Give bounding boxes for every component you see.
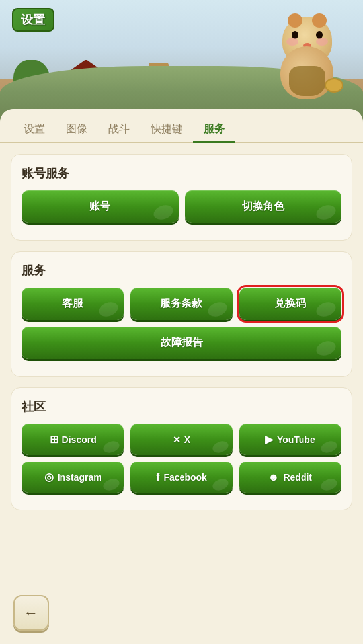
terms-button[interactable]: 服务条款 — [130, 288, 232, 320]
discord-icon: ⊞ — [50, 433, 58, 446]
community-section: 社区 ⊞ Discord ✕ X ▶ YouTube ◎ Instagram f… — [11, 387, 352, 510]
reddit-label: Reddit — [283, 472, 312, 483]
service-buttons-row2: 故障报告 — [22, 327, 341, 359]
bug-report-button[interactable]: 故障报告 — [22, 327, 341, 359]
facebook-button[interactable]: f Facebook — [130, 462, 232, 493]
community-buttons-row1: ⊞ Discord ✕ X ▶ YouTube — [22, 424, 341, 455]
youtube-button[interactable]: ▶ YouTube — [239, 424, 341, 455]
tab-shortcuts[interactable]: 快捷键 — [140, 117, 193, 143]
youtube-icon: ▶ — [265, 433, 273, 446]
back-button[interactable]: ← — [13, 595, 49, 631]
switch-role-button[interactable]: 切换角色 — [185, 190, 342, 223]
account-buttons-row: 账号 切换角色 — [22, 190, 341, 223]
reddit-button[interactable]: ☻ Reddit — [239, 462, 341, 493]
title-badge: 设置 — [12, 8, 54, 32]
account-section-title: 账号服务 — [22, 165, 341, 181]
x-icon: ✕ — [173, 434, 181, 445]
tab-combat[interactable]: 战斗 — [98, 117, 140, 143]
service-section-title: 服务 — [22, 262, 341, 278]
redeem-button[interactable]: 兑换码 — [239, 288, 341, 320]
service-buttons-row1: 客服 服务条款 兑换码 — [22, 288, 341, 320]
tab-settings[interactable]: 设置 — [13, 117, 56, 143]
instagram-icon: ◎ — [44, 471, 54, 483]
x-label: X — [184, 434, 190, 445]
tab-service[interactable]: 服务 — [193, 117, 235, 143]
hamster-character — [270, 7, 343, 99]
x-button[interactable]: ✕ X — [130, 424, 232, 455]
facebook-label: Facebook — [163, 472, 206, 483]
tab-graphics[interactable]: 图像 — [56, 117, 98, 143]
discord-button[interactable]: ⊞ Discord — [22, 424, 124, 455]
customer-service-button[interactable]: 客服 — [22, 288, 124, 320]
account-section: 账号服务 账号 切换角色 — [11, 154, 352, 241]
instagram-button[interactable]: ◎ Instagram — [22, 462, 124, 493]
youtube-label: YouTube — [277, 434, 315, 445]
discord-label: Discord — [62, 434, 97, 445]
service-section: 服务 客服 服务条款 兑换码 故障报告 — [11, 251, 352, 377]
instagram-label: Instagram — [58, 472, 102, 483]
account-button[interactable]: 账号 — [22, 190, 179, 223]
facebook-icon: f — [156, 471, 159, 483]
main-content: 设置 图像 战斗 快捷键 服务 账号服务 账号 切换角色 服务 客服 服务条款 … — [0, 109, 363, 644]
community-buttons-row2: ◎ Instagram f Facebook ☻ Reddit — [22, 462, 341, 493]
community-section-title: 社区 — [22, 399, 341, 415]
reddit-icon: ☻ — [268, 471, 280, 483]
title-text: 设置 — [21, 13, 45, 26]
back-arrow-icon: ← — [24, 604, 38, 622]
tab-bar: 设置 图像 战斗 快捷键 服务 — [0, 109, 363, 143]
